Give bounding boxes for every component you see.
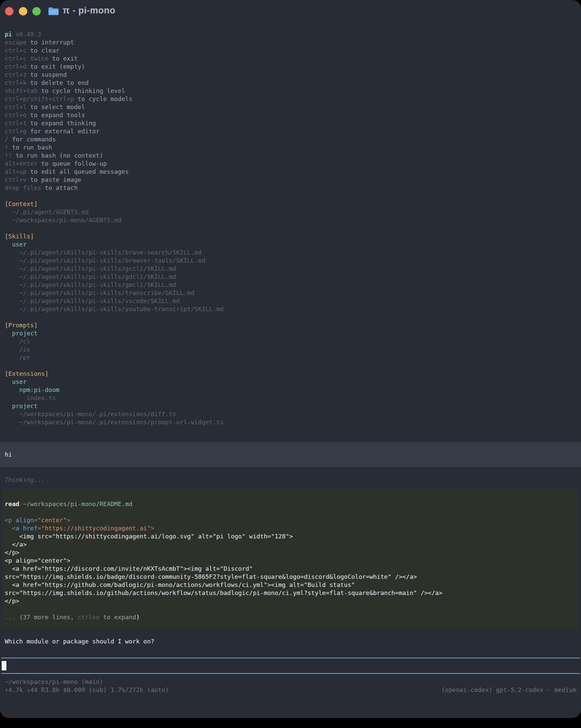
code-line: <a href="https://github.com/badlogic/pi-… — [2, 581, 576, 589]
hint-text: to delete to end — [27, 79, 88, 86]
code-line: </p> — [2, 548, 576, 556]
code-line: <img src="https://shittycodingagent.ai/l… — [2, 532, 576, 541]
terminal-content: pi v0.49.3 escape to interrupt ctrl+c to… — [0, 22, 581, 694]
hint-line: ctrl+c twice to exit — [0, 55, 581, 62]
hint-line: / for commands — [0, 135, 581, 144]
hint-key: ctrl+d — [5, 63, 27, 70]
user-message-text: hi — [0, 450, 12, 459]
hint-text: to cycle models — [74, 95, 132, 102]
code-seg: < — [5, 525, 16, 532]
extension-path: ~/workspaces/pi-mono/.pi/extensions/prom… — [0, 418, 581, 426]
thinking-indicator: Thinking... — [0, 476, 581, 484]
code-seg: "center" — [38, 517, 67, 524]
hint-key: ctrl+t — [5, 120, 27, 127]
code-seg: "https://shittycodingagent.ai" — [41, 525, 151, 532]
code-line: src="https://img.shields.io/github/actio… — [2, 589, 576, 597]
titlebar: π - pi-mono — [0, 0, 581, 22]
context-path: ~/workspaces/pi-mono/AGENTS.md — [0, 216, 581, 224]
hint-key: ctrl+v — [5, 176, 27, 183]
extension-npm-item: npm:pi-doom — [0, 386, 581, 394]
tool-path: ~/workspaces/pi-mono/README.md — [19, 500, 132, 508]
hint-line: ctrl+k to delete to end — [0, 79, 581, 87]
hint-line: ctrl+t to expand thinking — [0, 119, 581, 127]
code-seg: > — [151, 525, 155, 532]
skill-path: ~/.pi/agent/skills/pi-skills/vscode/SKIL… — [0, 297, 581, 305]
close-button[interactable] — [5, 7, 14, 16]
hint-line: escape to interrupt — [0, 38, 581, 47]
hint-text: to exit — [49, 55, 78, 62]
skill-path: ~/.pi/agent/skills/pi-skills/gmcli/SKILL… — [0, 281, 581, 289]
truncation-notice: ... (37 more lines, ctrl+o to expand) — [2, 613, 576, 621]
hint-key: ctrl+c twice — [5, 55, 49, 62]
context-section-header: [Context] — [0, 200, 581, 208]
extension-path: ~/workspaces/pi-mono/.pi/extensions/diff… — [0, 410, 581, 418]
user-message: hi — [0, 442, 581, 467]
skills-scope: user — [0, 240, 581, 249]
hint-text: to paste image — [27, 176, 81, 183]
hint-text: to expand tools — [27, 111, 85, 119]
skill-path: ~/.pi/agent/skills/pi-skills/gdcli/SKILL… — [0, 273, 581, 281]
code-line: src="https://img.shields.io/badge/discor… — [2, 573, 576, 581]
hint-line: ctrl+z to suspend — [0, 71, 581, 79]
hint-line: alt+up to edit all queued messages — [0, 168, 581, 176]
hint-text: for external editor — [27, 128, 100, 135]
skill-path: ~/.pi/agent/skills/pi-skills/transcribe/… — [0, 289, 581, 297]
hint-key: ! — [5, 144, 8, 151]
prompt-item: /cl — [0, 337, 581, 345]
version-line: pi v0.49.3 — [0, 30, 581, 38]
skills-section-header: [Skills] — [0, 232, 581, 240]
skill-path: ~/.pi/agent/skills/pi-skills/youtube-tra… — [0, 305, 581, 313]
skill-path: ~/.pi/agent/skills/pi-skills/brave-searc… — [0, 249, 581, 257]
hint-key: drop files — [5, 184, 41, 191]
hint-key: ctrl+p/shift+ctrl+p — [5, 95, 74, 102]
hint-key: escape — [5, 39, 27, 46]
hint-text: to interrupt — [27, 39, 74, 46]
prompt-input[interactable] — [1, 658, 580, 674]
code-seg: > — [67, 517, 70, 524]
hint-line: ctrl+p/shift+ctrl+p to cycle models — [0, 95, 581, 103]
hint-text: to run bash — [8, 144, 52, 151]
hint-text: to cycle thinking level — [38, 87, 125, 94]
maximize-button[interactable] — [32, 7, 41, 16]
hint-text: to edit all queued messages — [27, 168, 129, 175]
statusbar: ~/workspaces/pi-mono (main) ↑4.7k ↓44 R3… — [0, 678, 581, 694]
hint-key: ctrl+z — [5, 71, 27, 78]
code-line: <a href="https://shittycodingagent.ai"> — [2, 524, 576, 532]
skill-path: ~/.pi/agent/skills/pi-skills/browser-too… — [0, 257, 581, 265]
code-line: </a> — [2, 541, 576, 548]
hint-key: alt+up — [5, 168, 27, 175]
context-path: ~/.pi/agent/AGENTS.md — [0, 208, 581, 216]
hint-text: to select model — [27, 103, 85, 110]
code-seg: = — [38, 525, 42, 532]
read-tool-block: read ~/workspaces/pi-mono/README.md <p a… — [2, 489, 579, 629]
hint-line: ctrl+d to exit (empty) — [0, 62, 581, 71]
code-line: <p align="center"> — [2, 516, 576, 524]
hint-line: ctrl+g for external editor — [0, 127, 581, 135]
extension-npm-file: index.ts — [0, 394, 581, 402]
hint-text: for commands — [8, 136, 56, 143]
code-seg: <p — [5, 517, 16, 524]
hint-line: ctrl+o to expand tools — [0, 111, 581, 119]
minimize-button[interactable] — [19, 7, 27, 16]
hint-text: to queue follow-up — [38, 160, 107, 167]
hint-line: alt+enter to queue follow-up — [0, 160, 581, 168]
code-line: </p> — [2, 597, 576, 605]
hint-key: ctrl+l — [5, 103, 27, 110]
code-line: <a href="https://discord.com/invite/nKXT… — [2, 565, 576, 573]
statusbar-model: (openai-codex) gpt-5.2-codex · medium — [441, 686, 576, 694]
hint-line: shift+tab to cycle thinking level — [0, 87, 581, 95]
tool-name: read — [5, 500, 19, 508]
window-title: π - pi-mono — [62, 5, 115, 16]
hint-line: ctrl+l to select model — [0, 103, 581, 111]
hint-text: to clear — [27, 47, 59, 54]
hint-line: ctrl+c to clear — [0, 47, 581, 55]
hint-key: shift+tab — [5, 87, 38, 94]
extensions-project-scope: project — [0, 402, 581, 410]
prompts-scope: project — [0, 329, 581, 337]
code-seg: = — [34, 517, 38, 524]
prompts-section-header: [Prompts] — [0, 321, 581, 329]
folder-icon — [48, 6, 59, 16]
hint-key: ctrl+k — [5, 79, 27, 86]
prompt-item: /is — [0, 345, 581, 354]
hint-key: alt+enter — [5, 160, 38, 167]
